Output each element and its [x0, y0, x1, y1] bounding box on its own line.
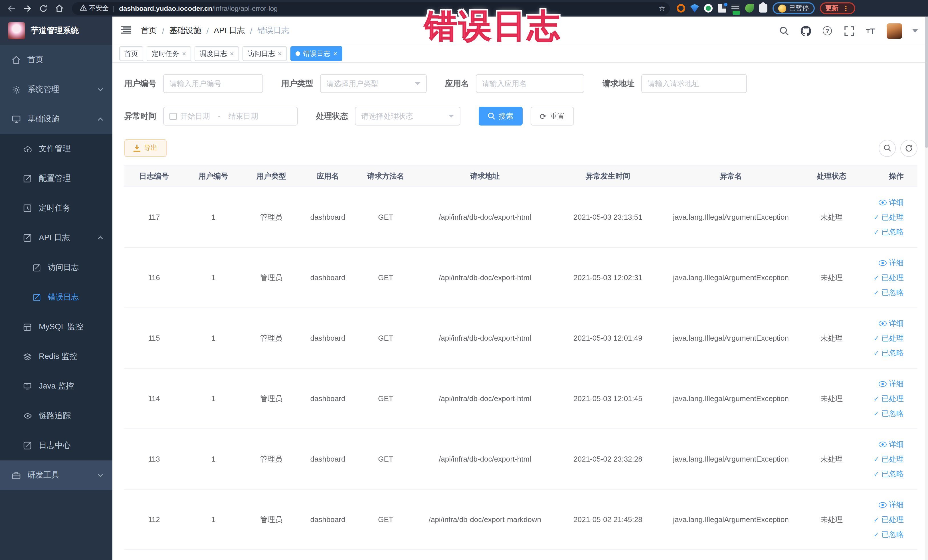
extension-icon-leaf[interactable] [745, 4, 754, 12]
scrollbar-thumb[interactable] [925, 17, 928, 148]
profile-paused-badge[interactable]: 已暂停 [772, 2, 815, 14]
download-icon [133, 145, 140, 151]
browser-back-button[interactable] [5, 2, 18, 15]
extension-icon-switch-on[interactable] [731, 4, 740, 12]
mark-ignored-link[interactable]: ✓已忽略 [873, 408, 904, 418]
hamburger-icon[interactable] [121, 25, 132, 37]
tag-close-icon[interactable]: × [278, 50, 282, 57]
mark-ignored-link[interactable]: ✓已忽略 [873, 469, 904, 479]
mark-processed-link[interactable]: ✓已处理 [873, 514, 904, 525]
header-search-icon[interactable] [778, 25, 790, 37]
font-size-icon[interactable]: TT [865, 25, 876, 37]
tag-close-icon[interactable]: × [333, 50, 337, 57]
sidebar-item-config-management[interactable]: 配置管理 [0, 164, 112, 194]
detail-link[interactable]: 详细 [879, 499, 904, 510]
sidebar-item-file-management[interactable]: 文件管理 [0, 134, 112, 164]
help-icon[interactable]: ? [821, 25, 833, 37]
log-document-icon [32, 263, 41, 272]
extension-icon-grid[interactable] [718, 4, 726, 12]
status-badge: 未处理 [800, 247, 863, 308]
sidebar-item-scheduled-jobs[interactable]: 定时任务 [0, 194, 112, 223]
filter-label: 用户类型 [281, 78, 313, 89]
detail-link[interactable]: 详细 [879, 439, 904, 449]
search-button[interactable]: 搜索 [479, 107, 523, 125]
tag-schedule-log[interactable]: 调度日志 × [195, 46, 239, 61]
breadcrumb-item-api-log[interactable]: API 日志 [214, 26, 245, 36]
user-avatar[interactable] [887, 23, 902, 38]
page-scrollbar[interactable] [925, 17, 928, 560]
sidebar-item-home[interactable]: 首页 [0, 45, 112, 75]
status-badge: 未处理 [800, 489, 863, 550]
tag-error-log[interactable]: 错误日志 × [290, 46, 342, 61]
refresh-table-button[interactable] [901, 139, 917, 157]
mark-ignored-link[interactable]: ✓已忽略 [873, 529, 904, 539]
user-id-input[interactable] [163, 74, 263, 93]
date-range-picker[interactable]: 开始日期 - 结束日期 [163, 107, 298, 125]
security-label[interactable]: 不安全 [89, 4, 109, 12]
browser-menu-kebab-icon[interactable]: ⋮ [843, 4, 849, 12]
sidebar-item-access-log[interactable]: 访问日志 [0, 253, 112, 282]
user-menu-caret-icon[interactable] [912, 29, 918, 32]
browser-reload-button[interactable] [37, 2, 50, 15]
browser-home-button[interactable] [53, 2, 66, 15]
toggle-search-button[interactable] [879, 139, 896, 157]
log-document-icon [23, 441, 32, 450]
extension-icon-green-circle[interactable] [704, 4, 713, 12]
browser-forward-button[interactable] [21, 2, 34, 15]
sidebar-item-trace[interactable]: 链路追踪 [0, 401, 112, 431]
extension-icon-orange[interactable] [677, 4, 685, 12]
sidebar-item-label: Java 监控 [39, 381, 74, 391]
github-icon[interactable] [800, 25, 811, 37]
app-name-input[interactable] [476, 74, 584, 93]
mark-ignored-link[interactable]: ✓已忽略 [873, 287, 904, 298]
sidebar-item-java-monitor[interactable]: Java 监控 [0, 371, 112, 401]
tag-scheduled-jobs[interactable]: 定时任务 × [147, 46, 191, 61]
detail-link[interactable]: 详细 [879, 318, 904, 328]
mark-processed-link[interactable]: ✓已处理 [873, 212, 904, 222]
main-panel: 首页 / 基础设施 / API 日志 / 错误日志 ? [112, 17, 928, 560]
job-clock-icon [23, 204, 32, 213]
mark-ignored-link[interactable]: ✓已忽略 [873, 348, 904, 358]
sidebar-item-api-log[interactable]: API 日志 [0, 223, 112, 253]
tag-home[interactable]: 首页 [119, 46, 143, 61]
address-bar[interactable]: 不安全 | dashboard.yudao.iocoder.cn /infra/… [72, 2, 670, 15]
tag-access-log[interactable]: 访问日志 × [243, 46, 287, 61]
sidebar-item-mysql-monitor[interactable]: MySQL 监控 [0, 312, 112, 342]
tag-close-icon[interactable]: × [230, 50, 234, 57]
mark-processed-link[interactable]: ✓已处理 [873, 394, 904, 404]
col-header-status: 处理状态 [800, 165, 863, 187]
fullscreen-icon[interactable] [843, 25, 855, 37]
mark-processed-link[interactable]: ✓已处理 [873, 333, 904, 343]
bookmark-star-icon[interactable]: ☆ [659, 4, 665, 12]
mark-ignored-link[interactable]: ✓已忽略 [873, 227, 904, 237]
extensions-puzzle-icon[interactable] [759, 4, 768, 12]
export-button[interactable]: 导出 [124, 139, 166, 157]
sidebar-item-log-center[interactable]: 日志中心 [0, 431, 112, 461]
sidebar-item-system[interactable]: 系统管理 [0, 75, 112, 104]
sidebar-logo[interactable]: 芋道管理系统 [0, 17, 112, 45]
extension-icon-blue-shield[interactable] [690, 4, 699, 12]
sidebar-item-redis-monitor[interactable]: Redis 监控 [0, 342, 112, 371]
breadcrumb-item-home[interactable]: 首页 [141, 26, 157, 36]
detail-link[interactable]: 详细 [879, 258, 904, 268]
sidebar-item-infrastructure[interactable]: 基础设施 [0, 104, 112, 134]
navbar-tools: ? TT [778, 23, 918, 38]
sidebar-item-error-log[interactable]: 错误日志 [0, 282, 112, 312]
mark-processed-link[interactable]: ✓已处理 [873, 454, 904, 464]
user-type-select[interactable]: 请选择用户类型 [320, 74, 427, 93]
breadcrumb-item-infrastructure[interactable]: 基础设施 [169, 26, 201, 36]
col-header-log-id: 日志编号 [124, 165, 184, 187]
browser-update-button[interactable]: 更新 ⋮ [820, 2, 855, 14]
request-url-input[interactable] [641, 74, 747, 93]
detail-link[interactable]: 详细 [879, 378, 904, 389]
reset-button[interactable]: ⟳ 重置 [531, 107, 574, 125]
app-shell: 芋道管理系统 首页 系统管理 基础设施 [0, 17, 928, 560]
detail-link[interactable]: 详细 [879, 197, 904, 208]
mark-processed-link[interactable]: ✓已处理 [873, 272, 904, 283]
tag-close-icon[interactable]: × [182, 50, 186, 57]
process-status-select[interactable]: 请选择处理状态 [355, 107, 461, 125]
sidebar-item-dev-tools[interactable]: 研发工具 [0, 461, 112, 490]
check-icon: ✓ [873, 455, 879, 463]
calendar-icon [169, 113, 177, 119]
refresh-icon [905, 144, 913, 152]
